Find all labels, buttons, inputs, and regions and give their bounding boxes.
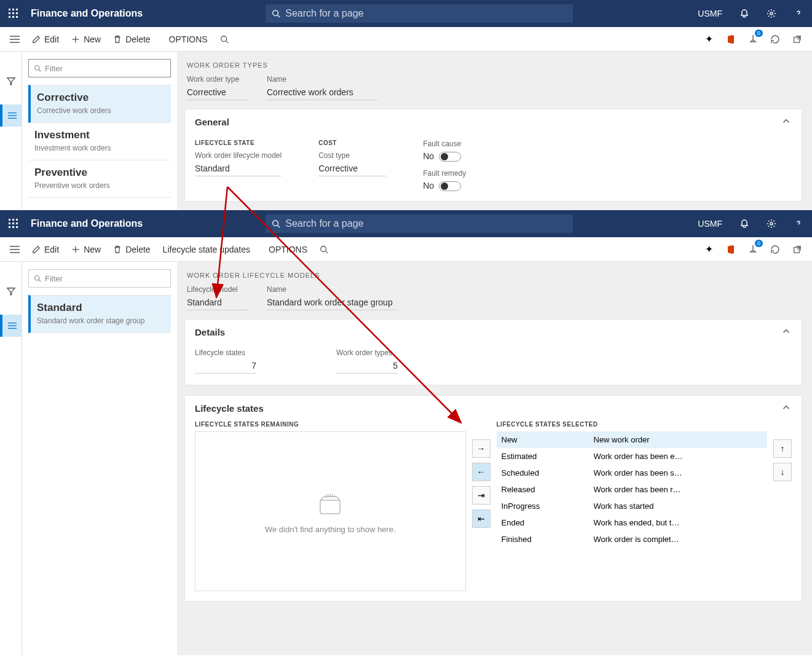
table-row[interactable]: InProgressWork has started — [497, 498, 768, 514]
svg-rect-3 — [9, 12, 10, 14]
gear-icon[interactable] — [758, 0, 785, 27]
list-item-subtitle: Corrective work orders — [37, 106, 165, 115]
move-left-button[interactable]: ← — [472, 463, 491, 481]
action-search-icon[interactable] — [313, 237, 338, 262]
action-bar: Edit New Delete OPTIONS ✦ 0 — [0, 27, 812, 52]
options-button[interactable]: OPTIONS — [262, 237, 313, 262]
edit-button[interactable]: Edit — [26, 27, 65, 52]
alerts-icon[interactable]: 0 — [742, 27, 764, 52]
details-panel: Details Lifecycle states7 Work order typ… — [184, 319, 802, 385]
waffle-icon[interactable] — [0, 0, 27, 27]
screen-work-order-types: Finance and Operations Search for a page… — [0, 0, 812, 210]
svg-point-34 — [273, 221, 278, 226]
new-button[interactable]: New — [65, 237, 107, 262]
move-down-button[interactable]: ↓ — [773, 463, 792, 481]
list-rail-icon[interactable] — [0, 315, 22, 337]
state-name: New — [502, 435, 594, 444]
fault-cause-value: No — [423, 151, 434, 161]
list-item-title: Investment — [34, 129, 165, 141]
office-icon[interactable] — [720, 27, 742, 52]
wo-type-label: Work order type — [187, 75, 248, 84]
table-row[interactable]: ReleasedWork order has been r… — [497, 481, 768, 498]
fault-cause-toggle[interactable] — [439, 152, 461, 162]
list-item-title: Corrective — [37, 92, 165, 104]
state-desc: Work order has been e… — [594, 452, 763, 461]
detail-pane: WORK ORDER TYPES Work order typeCorrecti… — [177, 52, 812, 210]
svg-rect-26 — [12, 219, 14, 221]
options-button[interactable]: OPTIONS — [163, 27, 214, 52]
list-item-subtitle: Standard work order stage group — [37, 316, 165, 325]
model-value[interactable]: Standard — [187, 296, 248, 310]
move-right-button[interactable]: → — [472, 439, 491, 458]
attach-icon[interactable]: ✦ — [698, 237, 720, 262]
general-title[interactable]: General — [195, 117, 229, 127]
chevron-up-icon[interactable] — [781, 326, 792, 339]
filter-input[interactable]: Filter — [28, 59, 171, 77]
search-input[interactable]: Search for a page — [266, 214, 573, 233]
office-icon[interactable] — [720, 237, 742, 262]
hamburger-icon[interactable] — [4, 237, 26, 262]
model-name-label: Name — [267, 285, 396, 294]
list-item[interactable]: InvestmentInvestment work orders — [28, 123, 171, 160]
list-item[interactable]: CorrectiveCorrective work orders — [28, 85, 171, 123]
popout-icon[interactable] — [786, 27, 808, 52]
list-rail-icon[interactable] — [0, 104, 22, 127]
gear-icon[interactable] — [758, 210, 785, 237]
table-row[interactable]: EndedWork has ended, but t… — [497, 514, 768, 531]
move-all-right-button[interactable]: ⇥ — [472, 486, 491, 505]
new-button[interactable]: New — [65, 27, 107, 52]
help-icon[interactable] — [785, 210, 812, 237]
list-item[interactable]: StandardStandard work order stage group — [28, 295, 171, 333]
delete-button[interactable]: Delete — [107, 27, 156, 52]
page-caption: WORK ORDER TYPES — [184, 52, 802, 75]
bell-icon[interactable] — [731, 0, 758, 27]
lifecycle-updates-button[interactable]: Lifecycle state updates — [157, 237, 256, 262]
table-row[interactable]: EstimatedWork order has been e… — [497, 448, 768, 465]
refresh-icon[interactable] — [764, 27, 786, 52]
left-rail — [0, 262, 22, 655]
wo-type-value[interactable]: Corrective — [187, 86, 248, 100]
fault-remedy-value: No — [423, 181, 434, 191]
move-all-left-button[interactable]: ⇤ — [472, 509, 491, 528]
list-item[interactable]: PreventivePreventive work orders — [28, 160, 171, 198]
lifecycle-model-link[interactable]: Standard — [195, 162, 282, 176]
model-name-value[interactable]: Standard work order stage group — [267, 296, 396, 310]
help-icon[interactable] — [785, 0, 812, 27]
svg-rect-6 — [9, 16, 10, 18]
wo-name-value[interactable]: Corrective work orders — [267, 86, 377, 100]
table-row[interactable]: NewNew work order — [497, 431, 768, 448]
search-input[interactable]: Search for a page — [266, 4, 573, 23]
chevron-up-icon[interactable] — [781, 402, 792, 415]
cost-type-label: Cost type — [318, 151, 386, 160]
bell-icon[interactable] — [731, 210, 758, 237]
svg-line-18 — [226, 41, 228, 43]
page-caption: WORK ORDER LIFECYCLE MODELS — [184, 262, 802, 285]
filter-rail-icon[interactable] — [0, 280, 22, 302]
search-placeholder: Search for a page — [285, 218, 363, 229]
legal-entity[interactable]: USMF — [689, 9, 731, 18]
lifecycle-states-title[interactable]: Lifecycle states — [195, 403, 264, 414]
filter-input[interactable]: Filter — [28, 269, 171, 288]
badge: 0 — [755, 240, 763, 247]
table-row[interactable]: ScheduledWork order has been s… — [497, 465, 768, 481]
action-search-icon[interactable] — [214, 27, 238, 52]
hamburger-icon[interactable] — [4, 27, 26, 52]
popout-icon[interactable] — [786, 237, 808, 262]
table-row[interactable]: FinishedWork order is complet… — [497, 531, 768, 548]
delete-button[interactable]: Delete — [107, 237, 156, 262]
svg-point-42 — [321, 246, 326, 251]
cost-type-value[interactable]: Corrective — [318, 162, 386, 176]
refresh-icon[interactable] — [764, 237, 786, 262]
details-title[interactable]: Details — [195, 327, 225, 337]
filter-rail-icon[interactable] — [0, 70, 22, 92]
edit-button[interactable]: Edit — [26, 237, 65, 262]
alerts-icon[interactable]: 0 — [742, 237, 764, 262]
fault-remedy-toggle[interactable] — [439, 181, 461, 191]
search-placeholder: Search for a page — [285, 8, 363, 19]
attach-icon[interactable]: ✦ — [698, 27, 720, 52]
chevron-up-icon[interactable] — [781, 116, 792, 128]
waffle-icon[interactable] — [0, 210, 27, 237]
legal-entity[interactable]: USMF — [689, 219, 731, 229]
move-up-button[interactable]: ↑ — [773, 439, 792, 458]
lifecycle-states-panel: Lifecycle states LIFECYCLE STATES REMAIN… — [184, 395, 802, 602]
